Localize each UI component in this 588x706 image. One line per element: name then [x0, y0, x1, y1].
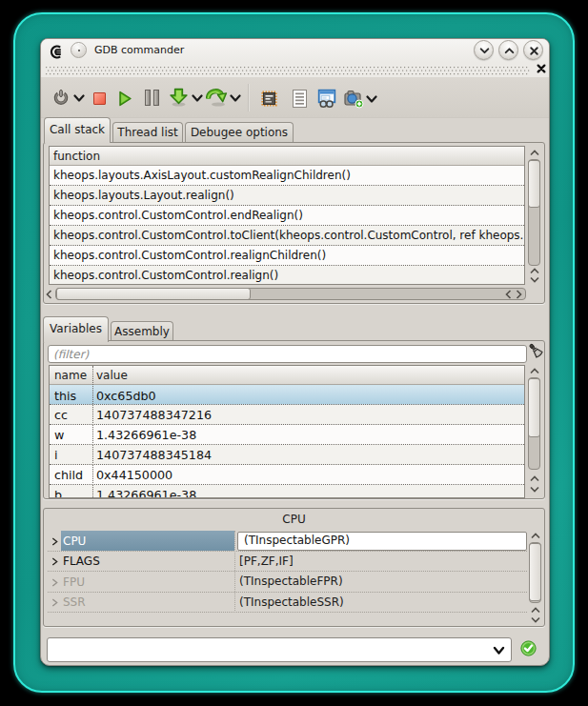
- scroll-up-icon[interactable]: [530, 368, 539, 374]
- call-stack-table: function kheops.layouts.AxisLayout.custo…: [49, 146, 525, 285]
- titlebar[interactable]: GDB commander: [41, 39, 550, 62]
- cpu-row-value: (TInspectableFPR): [239, 575, 343, 588]
- expand-icon[interactable]: [51, 557, 58, 566]
- close-dock-icon[interactable]: [537, 64, 546, 73]
- cpu-value-input[interactable]: (TInspectableGPR): [237, 532, 527, 551]
- scroll-up-icon[interactable]: [531, 607, 540, 614]
- chevron-up-icon: [503, 45, 516, 57]
- scroll-thumb[interactable]: [528, 160, 540, 208]
- close-icon: [528, 45, 540, 57]
- chevron-down-icon[interactable]: [230, 94, 241, 103]
- chevron-down-icon[interactable]: [73, 94, 85, 103]
- tab-thread-list[interactable]: Thread list: [112, 122, 183, 143]
- chevron-down-icon: [493, 646, 505, 656]
- scroll-up-icon[interactable]: [530, 268, 539, 274]
- cpu-panel-title: CPU: [44, 513, 544, 526]
- cpu-row[interactable]: FPU (TInspectableFPR): [48, 572, 527, 593]
- memory-chip-icon[interactable]: [260, 90, 278, 108]
- expand-icon[interactable]: [51, 537, 58, 546]
- watch-window-icon[interactable]: [317, 89, 336, 109]
- variable-row[interactable]: cc 140737488347216: [50, 405, 524, 425]
- command-combobox[interactable]: [47, 637, 512, 662]
- cpu-column-divider: [234, 531, 235, 613]
- scroll-up-icon[interactable]: [531, 533, 540, 539]
- call-stack-hscrollbar[interactable]: [44, 287, 526, 301]
- cpu-row-value: (TInspectableSSR): [239, 595, 344, 609]
- toolbar-dock-strip: [41, 62, 550, 77]
- step-into-icon[interactable]: [169, 88, 189, 107]
- tab-label: Assembly: [114, 325, 170, 338]
- close-button[interactable]: [523, 40, 543, 60]
- call-stack-row[interactable]: kheops.control.CustomControl.realign(): [50, 266, 524, 285]
- variables-table: name value this 0xc65db0 cc 140737488347…: [49, 365, 525, 498]
- scroll-down-icon[interactable]: [530, 276, 539, 283]
- column-name: name: [54, 369, 87, 382]
- cpu-row-name[interactable]: CPU: [61, 531, 234, 551]
- cpu-vscrollbar[interactable]: [528, 531, 542, 626]
- scroll-thumb[interactable]: [528, 378, 540, 437]
- variable-row[interactable]: w 1.43266961e-38: [50, 425, 524, 445]
- scroll-left-icon[interactable]: [505, 290, 512, 299]
- play-icon[interactable]: [118, 91, 132, 107]
- cpu-row[interactable]: FLAGS [PF,ZF,IF]: [48, 552, 527, 573]
- chevron-down-icon[interactable]: [366, 95, 377, 104]
- screenshot-stage: GDB commander: [0, 0, 588, 706]
- call-stack-row[interactable]: kheops.layouts.AxisLayout.customRealignC…: [50, 166, 524, 186]
- variables-vscrollbar[interactable]: [527, 365, 541, 498]
- pause-icon[interactable]: [145, 90, 151, 106]
- tab-label: Debugee options: [191, 126, 288, 139]
- chevron-down-icon: [478, 45, 491, 57]
- call-stack-vscrollbar[interactable]: [527, 146, 541, 285]
- variable-row[interactable]: child 0x44150000: [50, 465, 524, 485]
- sticky-dot-button[interactable]: [71, 42, 87, 58]
- scroll-thumb[interactable]: [56, 288, 251, 300]
- cpu-row-name[interactable]: FPU: [61, 572, 234, 592]
- stop-icon[interactable]: [93, 92, 106, 105]
- maximize-button[interactable]: [498, 40, 518, 60]
- variable-row-selected[interactable]: this 0xc65db0: [50, 385, 524, 405]
- tab-call-stack[interactable]: Call stack: [44, 117, 111, 143]
- tab-label: Call stack: [50, 123, 105, 136]
- variable-row[interactable]: i 140737488345184: [50, 445, 524, 465]
- tab-label: Variables: [50, 322, 102, 335]
- scroll-down-icon[interactable]: [530, 486, 539, 493]
- scroll-thumb[interactable]: [529, 543, 541, 601]
- cpu-row[interactable]: CPU (TInspectableGPR): [48, 531, 527, 552]
- column-value: value: [96, 369, 128, 382]
- filter-input[interactable]: [48, 345, 527, 363]
- cpu-row-name[interactable]: SSR: [61, 593, 234, 613]
- call-stack-row[interactable]: kheops.control.CustomControl.realignChil…: [50, 246, 524, 266]
- shade-button[interactable]: [474, 40, 494, 60]
- scroll-right-icon[interactable]: [516, 290, 522, 299]
- debug-toolbar: [41, 77, 550, 118]
- scroll-up-icon[interactable]: [530, 475, 539, 482]
- expand-icon[interactable]: [51, 578, 58, 587]
- call-stack-row[interactable]: kheops.control.CustomControl.endRealign(…: [50, 206, 524, 226]
- scroll-down-icon[interactable]: [531, 616, 540, 623]
- variable-row[interactable]: b 1.43266961e-38: [50, 485, 524, 498]
- scroll-up-icon[interactable]: [530, 150, 539, 156]
- toolbar-separator: [248, 84, 250, 111]
- variables-header: name value: [50, 366, 524, 385]
- tab-debugee-options[interactable]: Debugee options: [185, 122, 294, 143]
- dock-dots-texture: [46, 67, 530, 76]
- call-stack-row[interactable]: kheops.control.CustomControl.toClient(kh…: [50, 226, 524, 246]
- pause-icon[interactable]: [153, 90, 159, 106]
- power-icon[interactable]: [53, 90, 69, 105]
- broom-icon[interactable]: [528, 343, 544, 359]
- call-stack-header: function: [50, 147, 524, 166]
- tab-variables[interactable]: Variables: [43, 316, 109, 342]
- call-stack-row[interactable]: kheops.layouts.Layout.realign(): [50, 186, 524, 206]
- cpu-row-name[interactable]: FLAGS: [61, 552, 234, 572]
- document-icon[interactable]: [292, 90, 308, 108]
- green-check-icon[interactable]: [520, 640, 537, 656]
- tab-assembly[interactable]: Assembly: [111, 321, 173, 341]
- column-function: function: [53, 150, 100, 163]
- chevron-down-icon[interactable]: [192, 94, 203, 103]
- gdb-commander-window: GDB commander: [40, 38, 550, 666]
- cpu-row[interactable]: SSR (TInspectableSSR): [48, 593, 527, 614]
- scroll-left-icon[interactable]: [46, 290, 52, 299]
- expand-icon[interactable]: [51, 598, 58, 607]
- step-over-icon[interactable]: [206, 88, 229, 107]
- camera-add-icon[interactable]: [344, 90, 364, 109]
